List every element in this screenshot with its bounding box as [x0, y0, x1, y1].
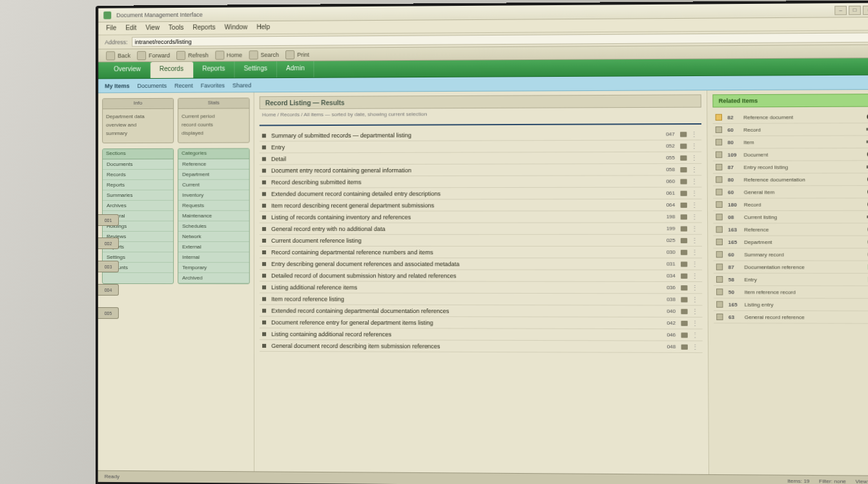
more-icon[interactable]: ⋮	[692, 331, 699, 338]
related-row[interactable]: 80Reference documentation	[713, 174, 868, 187]
more-icon[interactable]: ⋮	[691, 130, 699, 137]
tab-records[interactable]: Records	[150, 62, 193, 78]
related-row[interactable]: 08Current listing	[713, 211, 868, 224]
category-item[interactable]: Inventory	[178, 190, 249, 200]
more-icon[interactable]: ⋮	[692, 272, 699, 279]
menu-file[interactable]: File	[106, 25, 116, 33]
record-row[interactable]: Current document reference listing025⋮	[260, 235, 702, 247]
record-action-icon[interactable]	[679, 237, 689, 243]
record-row[interactable]: General record entry with no additional …	[260, 223, 702, 235]
more-icon[interactable]: ⋮	[691, 166, 699, 173]
tab-admin[interactable]: Admin	[277, 61, 315, 77]
menu-reports[interactable]: Reports	[192, 24, 215, 32]
record-row[interactable]: Record containing departmental reference…	[260, 247, 702, 258]
record-row[interactable]: Detailed record of document submission h…	[260, 270, 702, 282]
menu-help[interactable]: Help	[256, 23, 270, 32]
record-row[interactable]: Entry describing general document refere…	[260, 258, 702, 270]
toolbtn-print[interactable]: Print	[285, 50, 309, 59]
category-item[interactable]: Archived	[178, 273, 249, 283]
record-row[interactable]: Extended record containing departmental …	[260, 305, 703, 318]
more-icon[interactable]: ⋮	[691, 190, 699, 197]
tab-reports[interactable]: Reports	[193, 61, 234, 77]
record-row[interactable]: Item record describing recent general de…	[260, 199, 702, 212]
toolbtn-home[interactable]: Home	[215, 50, 242, 59]
category-item[interactable]: Schedules	[178, 221, 249, 231]
related-row[interactable]: 163Reference	[713, 223, 868, 236]
category-item[interactable]: Internal	[178, 252, 249, 263]
record-row[interactable]: Extended document record containing deta…	[260, 188, 702, 200]
side-tag[interactable]: 005	[98, 307, 119, 319]
record-row[interactable]: Entry052⋮	[260, 140, 701, 153]
close-button[interactable]: ×	[863, 5, 868, 14]
side-tag[interactable]: 001	[98, 214, 119, 226]
toolbtn-refresh[interactable]: Refresh	[176, 50, 209, 59]
record-action-icon[interactable]	[679, 249, 689, 256]
category-item[interactable]: Network	[178, 231, 249, 241]
sublink-shared[interactable]: Shared	[232, 82, 251, 88]
record-action-icon[interactable]	[679, 296, 689, 303]
section-item[interactable]: Records	[103, 169, 173, 179]
record-row[interactable]: Item record reference listing038⋮	[260, 293, 703, 305]
minimize-button[interactable]: –	[834, 5, 847, 14]
more-icon[interactable]: ⋮	[691, 248, 699, 256]
record-action-icon[interactable]	[679, 178, 688, 185]
record-action-icon[interactable]	[679, 285, 689, 291]
record-action-icon[interactable]	[679, 214, 689, 220]
related-row[interactable]: 58Entry	[714, 274, 868, 287]
category-item[interactable]: Department	[178, 169, 249, 179]
more-icon[interactable]: ⋮	[692, 296, 699, 303]
related-row[interactable]: 80Item	[713, 136, 868, 148]
category-item[interactable]: Requests	[178, 200, 249, 210]
section-item[interactable]: Documents	[103, 159, 173, 169]
related-row[interactable]: 82Reference document	[712, 111, 868, 124]
record-action-icon[interactable]	[679, 131, 688, 137]
more-icon[interactable]: ⋮	[691, 177, 699, 185]
side-tag[interactable]: 004	[98, 284, 119, 296]
more-icon[interactable]: ⋮	[692, 260, 699, 267]
record-row[interactable]: Listing containing additional record ref…	[260, 328, 703, 341]
more-icon[interactable]: ⋮	[691, 142, 699, 149]
record-row[interactable]: Record describing submitted items060⋮	[260, 176, 702, 188]
related-row[interactable]: 50Item reference record	[714, 286, 868, 299]
more-icon[interactable]: ⋮	[691, 154, 699, 161]
menu-edit[interactable]: Edit	[125, 24, 136, 32]
maximize-button[interactable]: □	[849, 5, 861, 14]
related-row[interactable]: 60Summary record	[714, 248, 868, 261]
category-item[interactable]: External	[178, 242, 249, 252]
sublink-documents[interactable]: Documents	[138, 82, 167, 88]
sublink-recent[interactable]: Recent	[174, 82, 193, 88]
category-item[interactable]: Reference	[178, 159, 249, 169]
record-row[interactable]: General document record describing item …	[260, 340, 703, 353]
related-row[interactable]: 180Record	[713, 198, 868, 211]
record-row[interactable]: Summary of submitted records — departmen…	[260, 128, 701, 141]
menu-tools[interactable]: Tools	[169, 24, 183, 32]
menu-view[interactable]: View	[146, 24, 160, 32]
more-icon[interactable]: ⋮	[691, 225, 699, 232]
record-action-icon[interactable]	[679, 261, 689, 267]
related-row[interactable]: 165Listing entry	[714, 298, 868, 311]
more-icon[interactable]: ⋮	[692, 319, 699, 327]
tab-overview[interactable]: Overview	[105, 62, 150, 78]
menu-window[interactable]: Window	[225, 23, 248, 32]
related-row[interactable]: 60Record	[713, 123, 868, 136]
more-icon[interactable]: ⋮	[691, 201, 699, 208]
category-item[interactable]: Temporary	[178, 263, 249, 273]
category-item[interactable]: Current	[178, 179, 249, 190]
record-row[interactable]: Detail055⋮	[260, 152, 702, 165]
more-icon[interactable]: ⋮	[692, 343, 699, 350]
record-action-icon[interactable]	[679, 201, 689, 208]
more-icon[interactable]: ⋮	[691, 237, 699, 244]
related-row[interactable]: 109Document	[713, 148, 868, 161]
section-item[interactable]: Reports	[103, 179, 173, 190]
record-row[interactable]: Document entry record containing general…	[260, 164, 702, 177]
record-action-icon[interactable]	[679, 332, 689, 338]
record-row[interactable]: Listing additional reference items036⋮	[260, 281, 702, 294]
record-action-icon[interactable]	[679, 190, 688, 196]
related-row[interactable]: 165Department	[713, 236, 868, 248]
record-action-icon[interactable]	[680, 343, 690, 350]
record-action-icon[interactable]	[679, 225, 689, 232]
more-icon[interactable]: ⋮	[691, 213, 699, 220]
related-row[interactable]: 87Documentation reference	[714, 261, 868, 274]
toolbtn-search[interactable]: Search	[249, 50, 279, 59]
category-item[interactable]: Maintenance	[178, 210, 249, 221]
